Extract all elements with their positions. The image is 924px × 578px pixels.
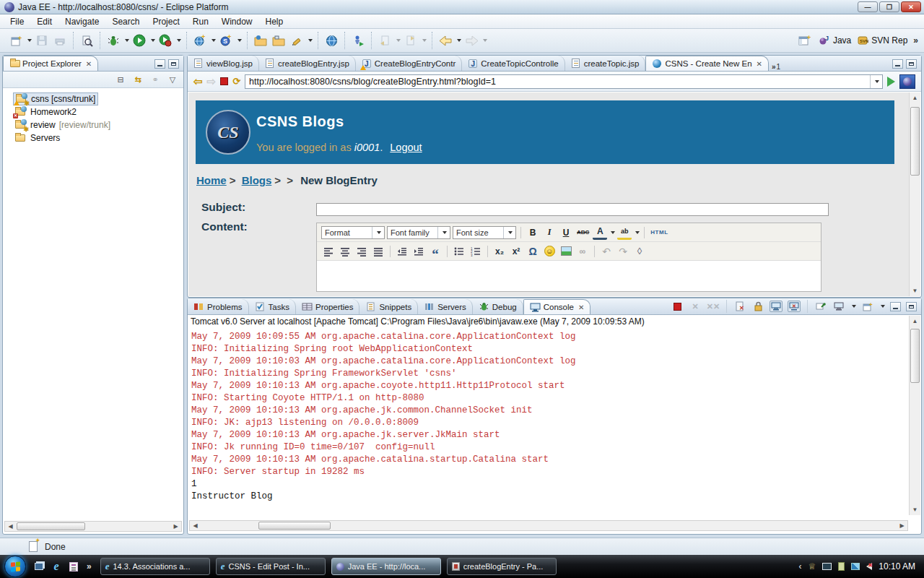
go-button[interactable] [887, 77, 895, 87]
project-explorer-minimize[interactable] [154, 59, 165, 69]
menu-run[interactable]: Run [187, 15, 214, 28]
menu-search[interactable]: Search [106, 15, 145, 28]
collapse-all-icon[interactable]: ⊟ [114, 74, 127, 85]
scroll-thumb[interactable] [17, 522, 85, 530]
start-button[interactable] [4, 556, 26, 577]
remove-launch-icon[interactable]: ✕ [689, 301, 702, 312]
terminate-icon[interactable] [671, 301, 684, 312]
scroll-up-icon[interactable]: ▲ [910, 316, 920, 327]
perspective-overflow-icon[interactable] [913, 35, 918, 46]
browser-vscrollbar[interactable]: ▲ ▼ [909, 92, 920, 296]
scroll-down-icon[interactable]: ▼ [910, 504, 920, 515]
highlight-dropdown[interactable] [635, 231, 640, 234]
tree-item-csns[interactable]: ✱ csns [csns/trunk] [13, 92, 98, 105]
tray-expand-icon[interactable]: ‹ [799, 561, 802, 571]
new-wizard-button[interactable]: + [8, 33, 24, 48]
link-editor-icon[interactable]: ⇆ [131, 74, 144, 85]
run-button[interactable] [131, 33, 147, 48]
align-justify-icon[interactable] [371, 244, 385, 259]
browser-stop-icon[interactable] [220, 77, 228, 85]
scroll-thumb[interactable] [258, 522, 331, 530]
clear-console-icon[interactable]: ✕ [733, 301, 746, 312]
back-dropdown[interactable] [457, 39, 461, 42]
open-console-icon[interactable]: + [861, 301, 874, 312]
italic-button[interactable]: I [542, 225, 557, 240]
quick-launch-doc-icon[interactable] [68, 561, 79, 572]
redo-button[interactable]: ↷ [616, 244, 630, 259]
editor-tab-createtopic-jsp[interactable]: createTopic.jsp [565, 56, 646, 71]
url-input[interactable] [245, 77, 870, 87]
quick-launch-overflow-icon[interactable]: » [87, 561, 92, 571]
tab-tasks[interactable]: Tasks [249, 299, 296, 314]
taskbar-button-csns-edit[interactable]: e CSNS - Edit Post - In... [216, 558, 326, 575]
close-button[interactable]: ✕ [901, 1, 921, 12]
editor-maximize[interactable] [906, 59, 917, 69]
tree-item-homework2[interactable]: ✕ Homework2 [13, 105, 79, 118]
tree-item-servers[interactable]: Servers [13, 131, 62, 144]
breadcrumb-blogs-link[interactable]: Blogs [242, 174, 272, 186]
tab-problems[interactable]: Problems [188, 299, 249, 314]
taskbar-button-createblogentry[interactable]: createBlogEntry - Pa... [447, 558, 557, 575]
window-titlebar[interactable]: Java EE - http://localhost:8080/csns/ - … [0, 0, 924, 14]
console-close-icon[interactable]: ✕ [577, 303, 584, 311]
console-output[interactable]: May 7, 2009 10:09:55 AM org.apache.catal… [188, 329, 909, 515]
run-dropdown[interactable] [151, 39, 155, 42]
new-service-button[interactable]: S+ [218, 33, 234, 48]
subscript-button[interactable]: x₂ [492, 244, 507, 259]
marker-pen-dropdown[interactable] [308, 39, 313, 42]
editor-tab-browser-active[interactable]: CSNS - Create New En ✕ [645, 56, 769, 71]
bottom-minimize[interactable] [890, 302, 901, 311]
scroll-left-icon[interactable]: ◀ [190, 521, 201, 530]
console-hscrollbar[interactable]: ◀ ▶ [189, 520, 908, 531]
new-web-project-button[interactable]: + [192, 33, 208, 48]
tray-power-icon[interactable] [838, 562, 845, 571]
import-folder-button[interactable] [253, 33, 269, 48]
view-menu-icon[interactable]: ▽ [166, 74, 179, 85]
numbered-list-icon[interactable]: 123 [468, 244, 483, 259]
align-center-icon[interactable] [338, 244, 352, 259]
logout-link[interactable]: Logout [390, 142, 422, 153]
editor-tab-viewblog[interactable]: viewBlog.jsp [188, 56, 259, 71]
internet-explorer-icon[interactable]: e [51, 561, 62, 572]
forward-button[interactable] [463, 33, 479, 48]
show-stdout-toggle[interactable] [770, 301, 783, 312]
jar-search-button[interactable] [79, 33, 95, 48]
tab-servers[interactable]: Servers [418, 299, 473, 314]
strikethrough-button[interactable]: ABC [575, 225, 590, 240]
profile-dropdown[interactable] [177, 39, 181, 42]
project-explorer-hscrollbar[interactable]: ◀ ▶ [4, 521, 182, 532]
tray-network-icon[interactable] [851, 563, 860, 570]
scroll-lock-icon[interactable] [751, 301, 764, 312]
editor-tab-createtopiccontroller[interactable]: J CreateTopicControlle [462, 56, 565, 71]
open-console-dropdown[interactable] [881, 305, 885, 308]
back-button[interactable] [437, 33, 453, 48]
outdent-icon[interactable] [395, 244, 409, 259]
external-browser-icon[interactable] [899, 74, 915, 89]
browser-forward-icon[interactable]: ⇨ [207, 75, 217, 88]
perspective-java[interactable]: J Java [819, 35, 851, 46]
console-vscrollbar[interactable]: ▲ ▼ [909, 316, 920, 515]
taskbar-button-eclipse[interactable]: Java EE - http://loca... [331, 558, 441, 575]
scroll-up-icon[interactable]: ▲ [910, 92, 920, 103]
url-dropdown[interactable] [870, 75, 882, 88]
print-button[interactable] [52, 33, 68, 48]
scroll-thumb[interactable] [910, 107, 920, 176]
forecolor-button[interactable]: A [593, 225, 607, 240]
menu-project[interactable]: Project [147, 15, 185, 28]
restore-button[interactable]: ❐ [879, 1, 899, 12]
insert-image-button[interactable] [559, 244, 573, 259]
bottom-maximize[interactable] [906, 302, 917, 311]
font-family-select[interactable]: Font family [387, 226, 450, 239]
mce-content-area[interactable] [317, 261, 821, 291]
next-annotation-button[interactable] [403, 33, 419, 48]
pin-console-icon[interactable] [814, 301, 827, 312]
menu-help[interactable]: Help [260, 15, 289, 28]
display-console-dropdown[interactable] [852, 305, 856, 308]
show-desktop-icon[interactable] [33, 561, 45, 572]
remove-all-terminated-icon[interactable]: ✕✕ [707, 301, 720, 312]
emotions-button[interactable]: ☺ [542, 244, 557, 259]
perspective-svn[interactable]: SVN SVN Rep [857, 35, 907, 46]
export-folder-button[interactable] [271, 33, 287, 48]
last-edit-dropdown[interactable] [396, 39, 401, 42]
new-web-project-dropdown[interactable] [212, 39, 216, 42]
